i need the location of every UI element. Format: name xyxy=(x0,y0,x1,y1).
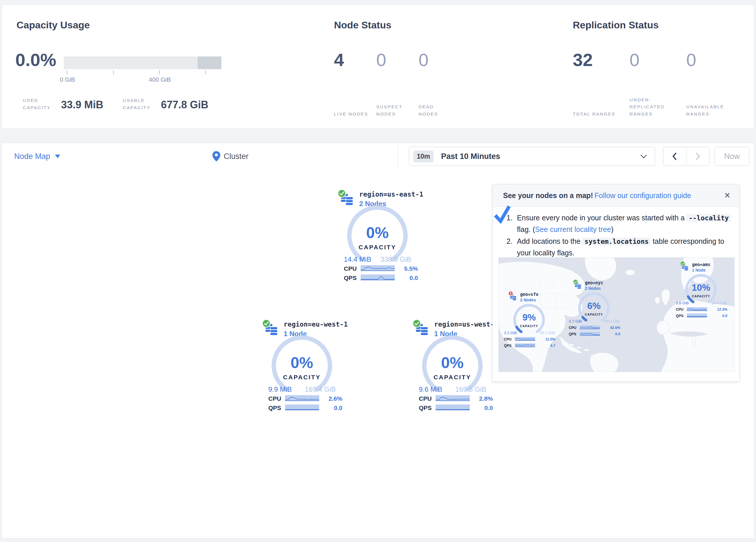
cpu-label: CPU xyxy=(344,265,361,272)
node-status-label-text: DEAD NODES xyxy=(419,103,454,118)
node-card-us-east-1: region=us-east-12 Nodes0%CAPACITY14.4 Mi… xyxy=(337,188,421,286)
time-prev-button[interactable] xyxy=(663,147,686,166)
cpu-label: CPU xyxy=(268,395,285,402)
capacity-values: 3.2 GiB35.1 GiB xyxy=(504,331,555,335)
qps-row: QPS 0.0 xyxy=(569,332,620,337)
configuration-guide-link[interactable]: Follow our configuration guide xyxy=(594,191,691,200)
qps-sparkline xyxy=(515,343,535,348)
cpu-sparkline-chart xyxy=(687,307,707,311)
node-card-eu-west-1: region=eu-west-11 Node0%CAPACITY9.9 MiB1… xyxy=(261,318,345,416)
node-map-page: Capacity Usage 0.0% 0 GiB 400 GiB USED C… xyxy=(0,0,756,542)
capacity-percent: 10% xyxy=(684,282,718,293)
capacity-caption: CAPACITY xyxy=(421,374,484,381)
capacity-caption: CAPACITY xyxy=(270,374,334,381)
node-status-label: SUSPECT NODES xyxy=(376,89,419,118)
status-badge xyxy=(262,319,271,329)
cpu-sparkline xyxy=(436,395,470,402)
capacity-percent: 0% xyxy=(270,354,334,372)
replication-status-title: Replication Status xyxy=(573,19,752,31)
qps-sparkline-chart xyxy=(687,314,707,317)
cpu-sparkline xyxy=(361,265,395,272)
capacity-percent: 0.0% xyxy=(15,49,56,70)
usable-capacity-label: USABLE CAPACITY xyxy=(123,97,157,111)
view-dropdown[interactable]: Node Map xyxy=(14,143,60,170)
cpu-value: 5.5% xyxy=(395,265,418,272)
capacity-percent: 0% xyxy=(421,354,484,372)
time-range-select[interactable]: 10m Past 10 Minutes xyxy=(409,147,655,166)
cluster-summary-panel: Capacity Usage 0.0% 0 GiB 400 GiB USED C… xyxy=(2,5,754,129)
healthy-check-icon xyxy=(262,319,271,328)
capacity-bar xyxy=(64,56,221,69)
capacity-caption: CAPACITY xyxy=(346,244,409,251)
node-status-item: 4LIVE NODES xyxy=(334,49,376,118)
popup-step: 2.Add locations to the system.locations … xyxy=(507,236,731,258)
qps-sparkline xyxy=(687,313,707,319)
total-value: 338.9 GiB xyxy=(380,255,411,263)
capacity-tick xyxy=(113,70,114,74)
node-status-label: LIVE NODES xyxy=(334,89,376,118)
qps-value: 0.0 xyxy=(395,275,418,282)
replication-status-item: 32TOTAL RANGES xyxy=(573,49,630,118)
used-value: 9.6 MiB xyxy=(419,385,442,394)
qps-value: 0.0 xyxy=(600,332,620,336)
usable-capacity-value: 677.8 GiB xyxy=(161,99,208,111)
capacity-values: 3.6 GiB34.4 GiB xyxy=(676,301,727,305)
cpu-sparkline-chart xyxy=(361,265,395,271)
cpu-label: CPU xyxy=(504,337,515,341)
replication-status-label: UNDER-REPLICATED RANGES xyxy=(630,89,686,118)
capacity-values: 14.4 MiB338.9 GiB xyxy=(344,255,411,263)
cpu-value: 2.8% xyxy=(470,395,493,402)
nodes-count-link: 2 Nodes xyxy=(585,286,601,291)
total-value: 35.1 GiB xyxy=(540,331,555,335)
replication-status-value: 0 xyxy=(686,49,743,89)
popup-steps: 1.Ensure every node in your cluster was … xyxy=(507,212,731,259)
chevron-down-icon xyxy=(55,155,60,158)
qps-value: 0.0 xyxy=(319,405,342,412)
toolbar: Node Map Cluster 10m Past 10 Minutes xyxy=(2,143,754,170)
cpu-value: 2.6% xyxy=(319,395,342,402)
node-map-canvas: region=us-east-12 Nodes0%CAPACITY14.4 Mi… xyxy=(2,169,754,538)
cpu-row: CPU 12.3% xyxy=(676,307,727,312)
node-status-item: 0SUSPECT NODES xyxy=(376,49,419,118)
status-badge xyxy=(337,189,346,199)
time-next-button[interactable] xyxy=(686,147,709,166)
breadcrumb-cluster[interactable]: Cluster xyxy=(212,143,249,170)
now-button[interactable]: Now xyxy=(715,147,749,166)
cpu-row: CPU 42.5% xyxy=(569,326,620,330)
qps-label: QPS xyxy=(344,275,361,282)
capacity-values: 9.6 MiB169.5 GiB xyxy=(419,385,486,394)
cpu-sparkline xyxy=(515,337,535,342)
qps-label: QPS xyxy=(419,405,436,412)
region-label: geo=sfo xyxy=(520,292,538,297)
close-icon[interactable]: ✕ xyxy=(724,191,731,200)
map-pin-icon xyxy=(212,151,220,161)
used-capacity-label: USED CAPACITY xyxy=(23,97,57,111)
node-status-group: Node Status 4LIVE NODES0SUSPECT NODES0DE… xyxy=(334,19,537,31)
used-value: 3.7 GiB xyxy=(569,319,582,324)
qps-label: QPS xyxy=(504,344,515,348)
used-value: 3.2 GiB xyxy=(504,331,517,335)
qps-row: QPS 0.0 xyxy=(344,275,418,282)
qps-label: QPS xyxy=(268,405,285,412)
status-badge: 1 xyxy=(508,291,513,297)
qps-sparkline xyxy=(580,332,600,337)
status-badge xyxy=(412,319,421,329)
qps-row: QPS 0.0 xyxy=(676,314,727,318)
capacity-usage-group: Capacity Usage 0.0% 0 GiB 400 GiB USED C… xyxy=(16,19,228,31)
toolbar-divider xyxy=(398,146,398,167)
capacity-percent: 6% xyxy=(577,301,611,311)
used-value: 3.6 GiB xyxy=(676,301,689,305)
node-status-label-text: LIVE NODES xyxy=(334,111,370,118)
status-badge xyxy=(680,261,685,267)
qps-sparkline xyxy=(361,275,395,282)
view-dropdown-label: Node Map xyxy=(14,152,50,161)
chevron-down-icon xyxy=(640,154,647,159)
qps-row: QPS 0.0 xyxy=(268,405,342,412)
capacity-usage-title: Capacity Usage xyxy=(16,19,228,31)
qps-sparkline-chart xyxy=(515,344,535,347)
region-label: region=us-east-1 xyxy=(359,190,423,198)
breadcrumb-label: Cluster xyxy=(224,152,249,161)
capacity-values: 3.7 GiB65.7 GiB xyxy=(569,319,620,324)
qps-sparkline-chart xyxy=(285,405,319,410)
locality-tree-link[interactable]: See current locality tree xyxy=(535,225,611,233)
